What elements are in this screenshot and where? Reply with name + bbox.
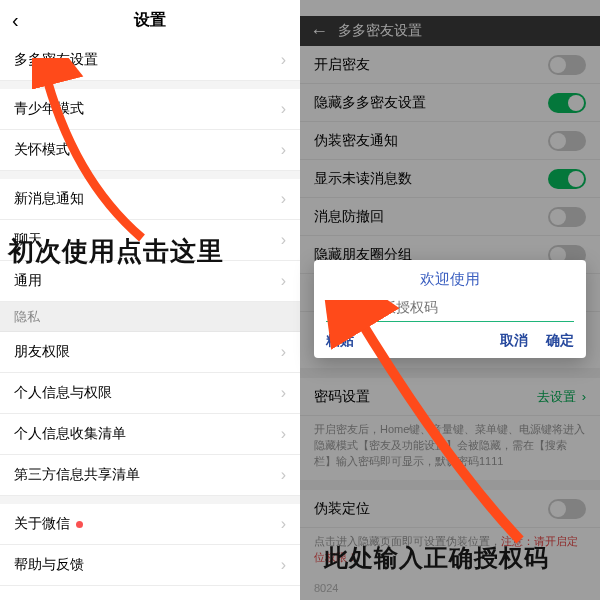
annotation-text-1: 初次使用点击这里 bbox=[8, 234, 224, 269]
divider bbox=[0, 496, 300, 504]
row-notifications[interactable]: 新消息通知 › bbox=[0, 179, 300, 220]
chevron-right-icon: › bbox=[281, 343, 286, 361]
chevron-right-icon: › bbox=[281, 466, 286, 484]
chevron-right-icon: › bbox=[281, 51, 286, 69]
row-label: 第三方信息共享清单 bbox=[14, 466, 140, 484]
row-label: 关怀模式 bbox=[14, 141, 70, 159]
row-label: 通用 bbox=[14, 272, 42, 290]
divider bbox=[0, 171, 300, 179]
row-teen-mode[interactable]: 青少年模式 › bbox=[0, 89, 300, 130]
row-label: 个人信息收集清单 bbox=[14, 425, 126, 443]
row-info-collect[interactable]: 个人信息收集清单 › bbox=[0, 414, 300, 455]
chevron-right-icon: › bbox=[281, 100, 286, 118]
row-label-text: 关于微信 bbox=[14, 515, 70, 533]
row-label: 青少年模式 bbox=[14, 100, 84, 118]
auth-code-input[interactable] bbox=[326, 295, 574, 322]
chevron-right-icon: › bbox=[281, 190, 286, 208]
row-care-mode[interactable]: 关怀模式 › bbox=[0, 130, 300, 171]
left-screenshot: ‹ 设置 多多密友设置 › 青少年模式 › 关怀模式 › 新消息通知 › bbox=[0, 0, 300, 600]
chevron-right-icon: › bbox=[281, 272, 286, 290]
settings-list: 多多密友设置 › 青少年模式 › 关怀模式 › 新消息通知 › 聊天 › bbox=[0, 40, 300, 600]
row-about-wechat[interactable]: 关于微信 › bbox=[0, 504, 300, 545]
dialog-title: 欢迎使用 bbox=[326, 270, 574, 289]
dialog-actions: 粘贴 取消 确定 bbox=[326, 332, 574, 350]
reddot-icon bbox=[76, 521, 83, 528]
ok-button[interactable]: 确定 bbox=[546, 332, 574, 350]
row-help-feedback[interactable]: 帮助与反馈 › bbox=[0, 545, 300, 586]
row-label: 帮助与反馈 bbox=[14, 556, 84, 574]
back-icon[interactable]: ‹ bbox=[12, 9, 19, 32]
left-header: ‹ 设置 bbox=[0, 0, 300, 40]
divider bbox=[0, 81, 300, 89]
chevron-right-icon: › bbox=[281, 556, 286, 574]
row-personal-info[interactable]: 个人信息与权限 › bbox=[0, 373, 300, 414]
row-label: 多多密友设置 bbox=[14, 51, 98, 69]
row-label: 个人信息与权限 bbox=[14, 384, 112, 402]
row-label: 新消息通知 bbox=[14, 190, 84, 208]
chevron-right-icon: › bbox=[281, 425, 286, 443]
welcome-dialog: 欢迎使用 粘贴 取消 确定 bbox=[314, 260, 586, 358]
chevron-right-icon: › bbox=[281, 515, 286, 533]
row-label: 关于微信 bbox=[14, 515, 83, 533]
section-privacy: 隐私 bbox=[0, 302, 300, 332]
chevron-right-icon: › bbox=[281, 384, 286, 402]
page-title: 设置 bbox=[134, 10, 166, 31]
chevron-right-icon: › bbox=[281, 231, 286, 249]
row-thirdparty-share[interactable]: 第三方信息共享清单 › bbox=[0, 455, 300, 496]
annotation-text-2: 此处输入正确授权码 bbox=[324, 542, 549, 574]
chevron-right-icon: › bbox=[281, 141, 286, 159]
right-screenshot: ← 多多密友设置 开启密友 隐藏多多密友设置 伪装密友通知 显示未读消息数 消息… bbox=[300, 0, 600, 600]
paste-button[interactable]: 粘贴 bbox=[326, 332, 354, 350]
row-friend-perm[interactable]: 朋友权限 › bbox=[0, 332, 300, 373]
cancel-button[interactable]: 取消 bbox=[500, 332, 528, 350]
row-label: 朋友权限 bbox=[14, 343, 70, 361]
row-duoduo-miyou[interactable]: 多多密友设置 › bbox=[0, 40, 300, 81]
